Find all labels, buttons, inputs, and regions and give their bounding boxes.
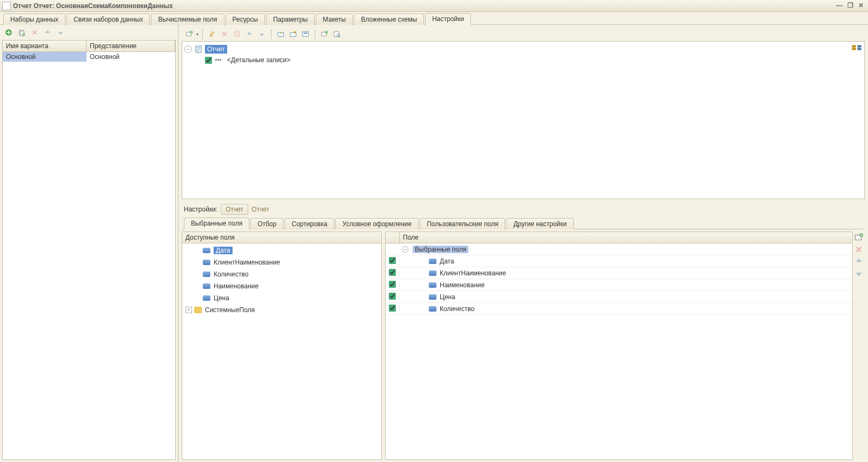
copy-variant-button[interactable]: [16, 27, 27, 38]
variant-row[interactable]: Основной Основной: [3, 52, 175, 62]
field-icon: [203, 272, 210, 277]
remove-field-button: [854, 245, 864, 254]
breadcrumb-report-button[interactable]: Отчет: [221, 204, 248, 215]
header-variant-name: Имя варианта: [3, 41, 87, 51]
field-checkbox[interactable]: [389, 281, 396, 288]
avail-field-label: Наименование: [214, 282, 259, 290]
field-checkbox[interactable]: [389, 305, 396, 312]
variants-toolbar: [0, 25, 178, 40]
settings-toolbar: ▾: [182, 27, 865, 41]
selected-fields-grid[interactable]: Поле − Выбранные поля: [385, 232, 853, 460]
subtab-conditional[interactable]: Условное оформление: [335, 218, 419, 229]
expand-icon[interactable]: +: [185, 307, 192, 313]
tab-parameters[interactable]: Параметры: [266, 14, 315, 25]
avail-field-price[interactable]: Цена: [183, 292, 380, 304]
selected-field-row[interactable]: Цена: [386, 291, 852, 303]
breadcrumb-text: Отчет: [251, 206, 269, 213]
tab-templates[interactable]: Макеты: [316, 14, 353, 25]
delete-variant-button: [29, 27, 40, 38]
tab-calculated-fields[interactable]: Вычисляемые поля: [151, 14, 224, 25]
tab-settings[interactable]: Настройки: [425, 13, 471, 25]
variants-panel: Имя варианта Представление Основной Осно…: [0, 25, 178, 462]
svg-rect-21: [852, 48, 856, 50]
field-checkbox[interactable]: [389, 257, 396, 264]
add-group-button[interactable]: [184, 29, 195, 39]
variants-grid-header: Имя варианта Представление: [3, 41, 175, 52]
field-icon: [203, 295, 210, 301]
field-icon: [429, 306, 436, 312]
action3-button[interactable]: [300, 29, 311, 39]
selected-root-label: Выбранные поля: [413, 246, 468, 253]
tree-child-row[interactable]: <Детальные записи>: [184, 55, 862, 65]
field-icon: [429, 259, 436, 264]
avail-field-client[interactable]: КлиентНаименование: [183, 256, 380, 268]
breadcrumb-label: Настройки:: [184, 206, 217, 213]
available-fields-panel[interactable]: Доступные поля Дата КлиентНаименование: [182, 232, 382, 460]
preview-button[interactable]: [332, 29, 342, 39]
available-fields-tree[interactable]: Дата КлиентНаименование Количество: [182, 243, 381, 459]
tree-root-row[interactable]: − Отчет: [184, 44, 862, 55]
avail-system-fields[interactable]: + СистемныеПоля: [183, 304, 380, 316]
selected-field-row[interactable]: Наименование: [386, 279, 852, 291]
constructor-button[interactable]: [319, 29, 330, 39]
add-variant-button[interactable]: [3, 27, 14, 38]
check-column-header: [386, 232, 400, 243]
action2-button[interactable]: [288, 29, 299, 39]
selected-fields-panel: Поле − Выбранные поля: [385, 232, 865, 460]
maximize-button[interactable]: ❐: [845, 2, 855, 10]
selected-field-row[interactable]: КлиентНаименование: [386, 267, 852, 279]
tab-datasets[interactable]: Наборы данных: [3, 14, 65, 25]
selected-root-row[interactable]: − Выбранные поля: [386, 243, 852, 255]
selected-fields-header: Поле: [386, 232, 852, 243]
avail-field-label: Цена: [214, 294, 229, 302]
app-icon: [2, 2, 11, 10]
selected-field-row[interactable]: Дата: [386, 255, 852, 267]
subtab-other[interactable]: Другие настройки: [506, 218, 574, 229]
structure-tree[interactable]: − Отчет <Детальные записи>: [182, 41, 865, 199]
detail-records-checkbox[interactable]: [205, 57, 212, 64]
folder-icon: [194, 307, 202, 313]
fields-side-toolbar: [853, 232, 865, 460]
collapse-icon[interactable]: −: [184, 45, 192, 53]
avail-field-quantity[interactable]: Количество: [183, 268, 380, 280]
svg-rect-17: [215, 59, 217, 61]
selected-fields-body: − Выбранные поля Дата КлиентНаименование: [386, 243, 852, 459]
header-representation: Представление: [87, 41, 175, 51]
selected-field-label: Количество: [440, 305, 474, 313]
add-field-button[interactable]: [854, 233, 864, 242]
minimize-button[interactable]: —: [834, 2, 844, 10]
selected-field-row[interactable]: Количество: [386, 303, 852, 315]
subtab-user-fields[interactable]: Пользовательские поля: [420, 218, 505, 229]
variant-repr-cell: Основной: [87, 52, 175, 62]
selected-field-label: Наименование: [440, 281, 485, 289]
move-down-button: [55, 27, 66, 38]
field-checkbox[interactable]: [389, 293, 396, 300]
avail-field-name[interactable]: Наименование: [183, 280, 380, 292]
field-icon: [203, 260, 210, 265]
selected-field-label: КлиентНаименование: [440, 269, 506, 277]
settings-tree-button[interactable]: [851, 44, 862, 52]
tab-nested-schemas[interactable]: Вложенные схемы: [354, 14, 424, 25]
tab-resources[interactable]: Ресурсы: [226, 14, 265, 25]
subtab-sort[interactable]: Сортировка: [284, 218, 334, 229]
variants-grid[interactable]: Имя варианта Представление Основной Осно…: [2, 40, 176, 460]
field-checkbox[interactable]: [389, 269, 396, 276]
breadcrumb: Настройки: Отчет Отчет: [182, 202, 865, 216]
action1-button[interactable]: [275, 29, 286, 39]
tab-dataset-links[interactable]: Связи наборов данных: [67, 14, 150, 25]
svg-rect-19: [220, 59, 221, 61]
svg-rect-7: [278, 32, 284, 36]
edit-button: [207, 29, 217, 39]
subtab-filter[interactable]: Отбор: [250, 218, 283, 229]
avail-field-date[interactable]: Дата: [183, 245, 380, 256]
svg-rect-20: [852, 45, 856, 47]
settings-panel: ▾: [178, 25, 868, 462]
svg-point-9: [294, 31, 296, 34]
close-button[interactable]: ✕: [856, 2, 866, 10]
avail-field-label: Дата: [214, 247, 233, 254]
svg-rect-22: [858, 45, 861, 47]
window-title: Отчет Отчет: ОсновнаяСхемаКомпоновкиДанн…: [13, 2, 833, 10]
subtab-selected-fields[interactable]: Выбранные поля: [184, 217, 249, 229]
collapse-icon[interactable]: −: [402, 246, 408, 253]
field-icon: [203, 283, 210, 289]
